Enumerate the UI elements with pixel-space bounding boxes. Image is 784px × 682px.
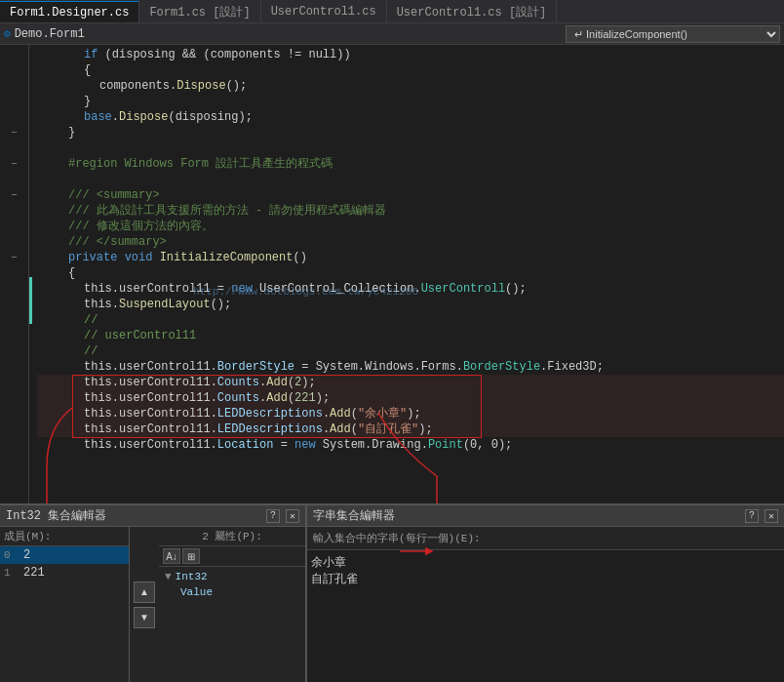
nav-bar: ⚙ Demo.Form1 ↵ InitializeComponent(): [0, 23, 784, 45]
code-line: }: [37, 94, 784, 109]
code-line: {: [37, 62, 784, 78]
close-icon[interactable]: ✕: [764, 509, 778, 523]
tab-bar: Form1.Designer.cs Form1.cs [設計] UserCont…: [0, 0, 784, 23]
sort-cat-button[interactable]: ⊞: [182, 548, 200, 564]
code-line-highlighted: this.userControl11.LEDDescriptions.Add("…: [37, 406, 784, 421]
props-item: Value: [161, 584, 303, 600]
members-list: 0 2 1 221: [0, 546, 129, 682]
members-panel: 成員(M): 0 2 1 221: [0, 527, 130, 682]
tab-form1-design[interactable]: Form1.cs [設計]: [139, 1, 260, 22]
code-line: /// 修改這個方法的內容。: [37, 219, 784, 234]
int32-panel: Int32 集合編輯器 ? ✕ 成員(M): 0 2 1 221: [0, 505, 307, 682]
code-line: [37, 172, 784, 187]
remove-item-button[interactable]: ▼: [134, 607, 155, 628]
code-line: {: [37, 265, 784, 281]
nav-icon: ⚙: [4, 27, 11, 40]
code-line: components.Dispose();: [37, 78, 784, 94]
tab-usercontrol1-design[interactable]: UserControl1.cs [設計]: [387, 1, 558, 22]
code-line: /// </summary>: [37, 234, 784, 250]
string-input-label: 輸入集合中的字串(每行一個)(E):: [307, 527, 784, 550]
code-line: /// <summary>: [37, 187, 784, 203]
code-line: this.userControl11.Location = new System…: [37, 437, 784, 453]
help-icon[interactable]: ?: [266, 509, 280, 523]
line-gutter: − − − −: [0, 45, 29, 503]
code-line: this.userControl11.BorderStyle = System.…: [37, 359, 784, 375]
int32-panel-title: Int32 集合編輯器: [6, 507, 106, 524]
code-line: base.Dispose(disposing);: [37, 109, 784, 125]
panel-header-icons: ? ✕: [266, 509, 299, 523]
editor-area: − − − − if (disposing && (components != …: [0, 45, 784, 503]
props-toolbar: A↓ ⊞: [159, 546, 305, 567]
props-tree: ▼ Int32 Value: [159, 567, 305, 682]
close-icon[interactable]: ✕: [286, 509, 299, 523]
member-row[interactable]: 1 221: [0, 564, 129, 582]
tab-form1-designer[interactable]: Form1.Designer.cs: [0, 1, 139, 22]
string-panel: 字串集合編輯器 ? ✕ 輸入集合中的字串(每行一個)(E):: [307, 505, 784, 682]
arrow-btn-panel: ▲ ▼: [130, 527, 159, 682]
int32-panel-body: 成員(M): 0 2 1 221 ▲ ▼: [0, 527, 305, 682]
code-wrapper: if (disposing && (components != null)) {…: [37, 47, 784, 501]
tab-usercontrol1[interactable]: UserControl1.cs: [261, 1, 387, 22]
members-header: 成員(M):: [0, 527, 129, 546]
bottom-panels: Int32 集合編輯器 ? ✕ 成員(M): 0 2 1 221: [0, 503, 784, 682]
code-line: //: [37, 343, 784, 359]
code-line-highlighted: this.userControl11.Counts.Add(2);: [37, 375, 784, 390]
code-line: this.userControl11 = new UserControl_Col…: [37, 281, 784, 297]
code-line: //: [37, 312, 784, 328]
add-item-button[interactable]: ▲: [134, 582, 155, 603]
code-line-highlighted: this.userControl11.LEDDescriptions.Add("…: [37, 421, 784, 437]
code-line-highlighted: this.userControl11.Counts.Add(221);: [37, 390, 784, 406]
code-line: }: [37, 125, 784, 140]
int32-panel-header: Int32 集合編輯器 ? ✕: [0, 505, 305, 527]
props-header: 2 屬性(P):: [159, 527, 305, 546]
code-line: /// 此為設計工具支援所需的方法 - 請勿使用程式碼編輯器: [37, 203, 784, 219]
code-content: if (disposing && (components != null)) {…: [29, 45, 784, 503]
panel-header-icons: ? ✕: [745, 509, 778, 523]
props-panel: 2 屬性(P): A↓ ⊞ ▼ Int32 Value: [159, 527, 305, 682]
code-line: if (disposing && (components != null)): [37, 47, 784, 62]
nav-label: Demo.Form1: [15, 27, 85, 41]
sort-alpha-button[interactable]: A↓: [163, 548, 180, 564]
member-row[interactable]: 0 2: [0, 546, 129, 564]
code-line: // userControl11: [37, 328, 784, 343]
string-panel-header: 字串集合編輯器 ? ✕: [307, 505, 784, 527]
nav-dropdown[interactable]: ↵ InitializeComponent(): [566, 25, 780, 43]
string-editor-area: [307, 550, 784, 682]
props-item: ▼ Int32: [161, 569, 303, 584]
code-line: private void InitializeComponent(): [37, 250, 784, 265]
help-icon[interactable]: ?: [745, 509, 759, 523]
code-line: this.SuspendLayout();: [37, 297, 784, 312]
string-panel-title: 字串集合編輯器: [313, 507, 395, 524]
code-line: #region Windows Form 設計工具產生的程式碼: [37, 156, 784, 172]
code-line: [37, 140, 784, 156]
string-textarea[interactable]: [307, 550, 784, 682]
